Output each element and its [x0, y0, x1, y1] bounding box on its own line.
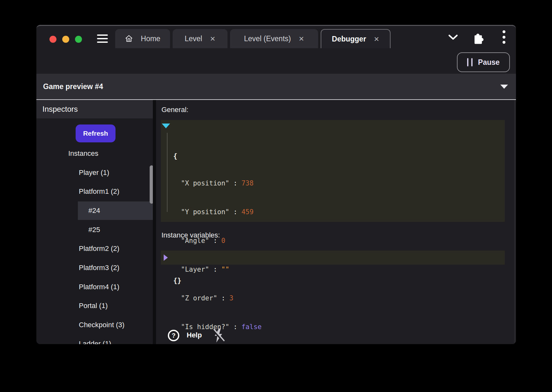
tree-item-platform2[interactable]: Platform2 (2): [36, 239, 153, 258]
indent-guide: [167, 133, 168, 212]
tab-level[interactable]: Level ✕: [173, 29, 228, 48]
pause-button[interactable]: Pause: [457, 52, 510, 72]
tree-item-ladder[interactable]: Ladder (1): [36, 335, 153, 344]
refresh-button[interactable]: Refresh: [76, 124, 116, 142]
tab-label: Level: [185, 34, 202, 43]
tree-item-instances[interactable]: Instances: [36, 144, 153, 163]
tree-item-platform1[interactable]: Platform1 (2): [36, 182, 153, 201]
chevron-down-icon[interactable]: [448, 34, 458, 40]
tree-item-platform3[interactable]: Platform3 (2): [36, 259, 153, 277]
tab-strip: Home Level ✕ Level (Events) ✕ Debugger ✕: [115, 29, 391, 48]
tree-item-instance-24[interactable]: #24: [78, 201, 153, 220]
tab-label: Home: [141, 34, 160, 43]
vertical-divider[interactable]: [153, 100, 156, 344]
dropdown-arrow-icon[interactable]: [500, 85, 508, 89]
sidebar-title: Inspectors: [42, 105, 78, 114]
json-value: 0: [221, 237, 225, 245]
close-icon[interactable]: ✕: [210, 35, 216, 42]
help-button[interactable]: Help: [187, 331, 202, 339]
open-brace: {: [173, 152, 177, 160]
close-icon[interactable]: ✕: [374, 36, 379, 42]
inspectors-sidebar: Inspectors Refresh Instances Player (1) …: [36, 100, 153, 344]
window-controls: [49, 36, 82, 43]
desktop-background: Home Level ✕ Level (Events) ✕ Debugger ✕: [0, 0, 552, 392]
tab-debugger[interactable]: Debugger ✕: [321, 29, 391, 48]
app-window: Home Level ✕ Level (Events) ✕ Debugger ✕: [36, 25, 516, 344]
close-window-button[interactable]: [49, 36, 56, 43]
sidebar-scrollbar[interactable]: [150, 165, 153, 204]
instance-variables-label: Instance variables:: [161, 231, 220, 239]
sidebar-header: Inspectors: [36, 100, 153, 118]
json-row: "X position" : 738: [161, 177, 505, 190]
expand-arrow-icon[interactable]: [164, 254, 168, 261]
flash-off-icon[interactable]: [212, 328, 225, 343]
tab-level-events[interactable]: Level (Events) ✕: [230, 29, 318, 48]
instance-variables-json-viewer: {}: [161, 251, 505, 265]
collapsed-object: {}: [173, 277, 181, 284]
tree-item-checkpoint[interactable]: Checkpoint (3): [36, 316, 153, 334]
json-value: 459: [242, 208, 254, 216]
puzzle-extensions-icon[interactable]: [472, 32, 484, 44]
preview-title: Game preview #4: [43, 82, 103, 91]
pause-icon: [467, 58, 473, 66]
menu-icon[interactable]: [97, 34, 108, 43]
panel-edge: [514, 100, 516, 344]
kebab-menu-icon[interactable]: [503, 30, 506, 44]
tab-label: Level (Events): [244, 34, 291, 43]
debugger-toolbar: Pause: [36, 48, 516, 74]
minimize-window-button[interactable]: [62, 36, 69, 43]
maximize-window-button[interactable]: [75, 36, 82, 43]
json-row: "Y position" : 459: [161, 205, 505, 219]
inspector-detail-panel: General: { "X position" : 738 "Y positio…: [156, 100, 516, 344]
help-icon[interactable]: ?: [168, 330, 179, 341]
tree-item-player[interactable]: Player (1): [36, 163, 153, 182]
tab-home[interactable]: Home: [115, 29, 170, 48]
collapse-arrow-icon[interactable]: [162, 124, 170, 128]
general-json-viewer: { "X position" : 738 "Y position" : 459 …: [161, 120, 505, 222]
json-value: false: [242, 323, 262, 331]
general-section-label: General:: [161, 106, 188, 114]
home-icon: [125, 34, 133, 43]
preview-selector-bar[interactable]: Game preview #4: [36, 74, 516, 99]
tree-item-platform4[interactable]: Platform4 (1): [36, 278, 153, 296]
tree-item-instance-25[interactable]: #25: [36, 221, 153, 239]
debugger-body: Inspectors Refresh Instances Player (1) …: [36, 100, 516, 344]
tree-item-portal[interactable]: Portal (1): [36, 297, 153, 315]
pause-label: Pause: [478, 58, 500, 67]
json-value: 738: [242, 179, 254, 187]
tab-bar: Home Level ✕ Level (Events) ✕ Debugger ✕: [36, 26, 516, 48]
close-icon[interactable]: ✕: [299, 35, 304, 42]
tab-label: Debugger: [332, 35, 366, 43]
